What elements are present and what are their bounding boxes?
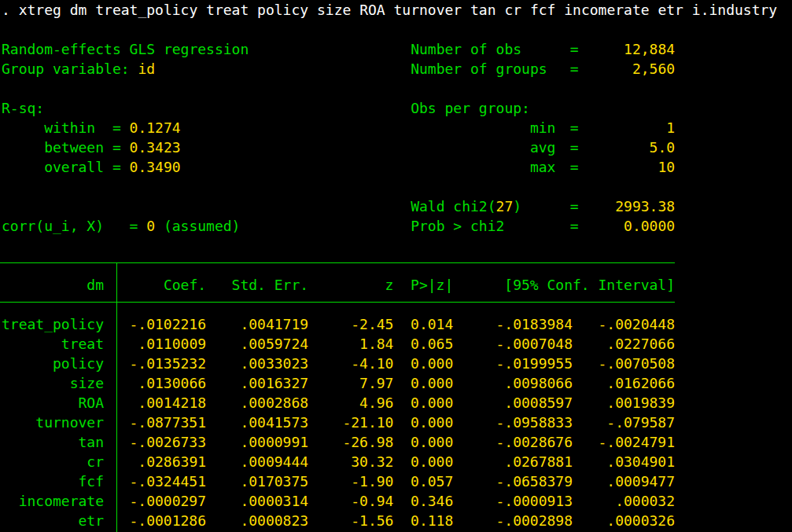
table-row-incomerate: incomerate -.0000297 .0000314 -0.94 0.34…: [2, 491, 675, 511]
row-varname: size: [2, 373, 104, 393]
cell-ci-lower: -.0183984: [453, 314, 573, 334]
row-varname: incomerate: [2, 491, 104, 511]
cell-ci-upper: -.0024791: [573, 432, 675, 452]
cell-z: 1.84: [308, 334, 393, 354]
prob-eq: =: [570, 216, 579, 236]
rsq-within-eq: =: [112, 118, 121, 138]
cell-ci-lower: .0008597: [453, 393, 573, 413]
cell-p: 0.014: [393, 314, 453, 334]
avg-label: avg: [479, 138, 556, 157]
table-row-fcf: fcf -.0324451 .0170375 -1.90 0.057 -.065…: [2, 471, 675, 491]
model-title: Random-effects GLS regression: [2, 39, 249, 59]
cell-ci-upper: -.0070508: [573, 354, 675, 373]
table-row-size: size .0130066 .0016327 7.97 0.000 .00980…: [2, 373, 675, 393]
row-varname: ROA: [2, 393, 104, 413]
rsq-overall-label: overall: [44, 157, 104, 177]
table-row-etr: etr -.0001286 .0000823 -1.56 0.118 -.000…: [2, 511, 675, 530]
header-depvar: dm: [2, 275, 104, 295]
table-header-separator: [0, 302, 675, 303]
num-groups-label: Number of groups: [411, 59, 547, 79]
cell-stderr: .0016327: [206, 373, 308, 393]
cell-ci-lower: -.0199955: [453, 354, 573, 373]
cell-p: 0.118: [393, 511, 453, 530]
rsq-between-eq: =: [112, 138, 121, 157]
cell-stderr: .0002868: [206, 393, 308, 413]
cell-ci-upper: .0009477: [573, 471, 675, 491]
avg-eq: =: [570, 138, 579, 157]
cell-z: -1.56: [308, 511, 393, 530]
rsq-overall-value: 0.3490: [130, 157, 181, 177]
prob-value: 0.0000: [581, 216, 675, 236]
header-coef: Coef.: [104, 275, 206, 295]
obs-per-group-header: Obs per group:: [411, 98, 530, 118]
cell-coef: -.0001286: [104, 511, 206, 530]
corr-note: (assumed): [164, 216, 241, 236]
wald-label: Wald chi2(27): [411, 196, 521, 216]
wald-value: 2993.38: [581, 196, 675, 216]
header-p: P>|z|: [393, 275, 453, 295]
prob-label: Prob > chi2: [411, 216, 504, 236]
max-label: max: [479, 157, 556, 177]
line-wald: Wald chi2(27) = 2993.38: [0, 196, 792, 216]
corr-label: corr(u_i, X): [2, 216, 104, 236]
group-variable-value: id: [138, 59, 155, 79]
min-eq: =: [570, 118, 579, 138]
cell-z: -21.10: [308, 413, 393, 432]
line-rsq-header: R-sq: Obs per group:: [0, 98, 792, 118]
cell-coef: -.0877351: [104, 413, 206, 432]
corr-zero: 0: [146, 216, 155, 236]
cell-ci-lower: -.0658379: [453, 471, 573, 491]
rsq-within-label: within: [44, 118, 95, 138]
row-varname: tan: [2, 432, 104, 452]
cell-z: -4.10: [308, 354, 393, 373]
num-groups-eq: =: [570, 59, 579, 79]
cell-p: 0.346: [393, 491, 453, 511]
line-group-variable: Group variable: id Number of groups = 2,…: [0, 59, 792, 79]
wald-df: 27: [496, 198, 514, 215]
cell-coef: .0014218: [104, 393, 206, 413]
cell-ci-upper: -.0020448: [573, 314, 675, 334]
max-value: 10: [581, 157, 675, 177]
num-groups-value: 2,560: [581, 59, 675, 79]
table-row-roa: ROA .0014218 .0002868 4.96 0.000 .000859…: [2, 393, 675, 413]
cell-stderr: .0041719: [206, 314, 308, 334]
stata-results-window: . xtreg dm treat_policy treat policy siz…: [0, 0, 792, 532]
rsq-between-label: between: [44, 138, 104, 157]
cell-ci-lower: -.0028676: [453, 432, 573, 452]
num-obs-label: Number of obs: [411, 39, 521, 59]
line-rsq-overall: overall = 0.3490 max = 10: [0, 157, 792, 177]
cell-stderr: .0059724: [206, 334, 308, 354]
cell-p: 0.000: [393, 432, 453, 452]
row-varname: cr: [2, 452, 104, 471]
num-obs-value: 12,884: [581, 39, 675, 59]
cell-p: 0.057: [393, 471, 453, 491]
cell-stderr: .0000823: [206, 511, 308, 530]
table-row-policy: policy -.0135232 .0033023 -4.10 0.000 -.…: [2, 354, 675, 373]
cell-ci-upper: .0162066: [573, 373, 675, 393]
cell-ci-lower: -.0002898: [453, 511, 573, 530]
cell-stderr: .0000314: [206, 491, 308, 511]
table-row-treat-policy: treat_policy -.0102216 .0041719 -2.45 0.…: [2, 314, 675, 334]
cell-coef: -.0135232: [104, 354, 206, 373]
header-stderr: Std. Err.: [206, 275, 308, 295]
rsq-header: R-sq:: [2, 98, 44, 118]
cell-coef: -.0000297: [104, 491, 206, 511]
cell-z: 4.96: [308, 393, 393, 413]
num-obs-eq: =: [570, 39, 579, 59]
group-variable-label: Group variable:: [2, 59, 130, 79]
cell-p: 0.065: [393, 334, 453, 354]
cell-ci-lower: .0098066: [453, 373, 573, 393]
command-line: . xtreg dm treat_policy treat policy siz…: [0, 0, 792, 20]
corr-eq: =: [130, 216, 138, 236]
cell-z: -26.98: [308, 432, 393, 452]
cell-stderr: .0000991: [206, 432, 308, 452]
table-row-tan: tan -.0026733 .0000991 -26.98 0.000 -.00…: [2, 432, 675, 452]
line-rsq-between: between = 0.3423 avg = 5.0: [0, 138, 792, 157]
cell-stderr: .0009444: [206, 452, 308, 471]
cell-p: 0.000: [393, 413, 453, 432]
cell-z: -1.90: [308, 471, 393, 491]
row-varname: turnover: [2, 413, 104, 432]
cell-ci-lower: -.0007048: [453, 334, 573, 354]
rsq-between-value: 0.3423: [130, 138, 181, 157]
cell-coef: -.0324451: [104, 471, 206, 491]
